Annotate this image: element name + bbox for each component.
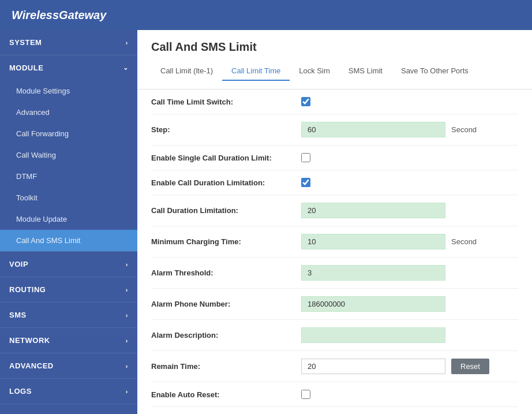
form-label-step: Step: [151,125,301,134]
form-row-step: Step:Second [151,114,518,146]
form-label-call-duration-limitation-value: Call Duration Limitation: [151,206,301,215]
sidebar-top-module[interactable]: MODULE⌄ [0,55,137,80]
main-content: Call And SMS Limit Call Limit (lte-1)Cal… [137,30,532,414]
tabs: Call Limit (lte-1)Call Limit TimeLock Si… [151,62,518,81]
sidebar-item-call-forwarding[interactable]: Call Forwarding [0,123,137,144]
checkbox-call-time-limit-switch[interactable] [301,97,310,106]
sidebar-top-system[interactable]: SYSTEM› [0,30,137,55]
form-value-single-call-duration-limit [301,153,518,162]
sidebar: SYSTEM›MODULE⌄Module SettingsAdvancedCal… [0,30,137,414]
form-row-enable-auto-reset: Enable Auto Reset: [151,382,518,407]
form-row-call-duration-limitation-value: Call Duration Limitation: [151,195,518,226]
form-section: Call Time Limit Switch:Step:SecondEnable… [137,89,532,407]
chevron-icon: › [126,312,128,319]
form-label-remain-time: Remain Time: [151,362,301,371]
form-row-alarm-phone-number: Alarm Phone Number: [151,289,518,320]
sidebar-section-voip: VOIP› [0,252,137,277]
form-row-call-time-limit-switch: Call Time Limit Switch: [151,89,518,114]
form-row-alarm-threshold: Alarm Threshold: [151,258,518,289]
form-label-call-duration-limitation: Enable Call Duration Limitation: [151,178,301,187]
form-label-alarm-phone-number: Alarm Phone Number: [151,300,301,308]
input-remain-time[interactable] [301,359,445,374]
sidebar-top-advanced[interactable]: ADVANCED› [0,353,137,378]
sidebar-section-label: SMS [9,311,27,319]
form-label-alarm-threshold: Alarm Threshold: [151,268,301,277]
tab-lock-sim[interactable]: Lock Sim [290,62,339,81]
form-row-single-call-duration-limit: Enable Single Call Duration Limit: [151,146,518,170]
page-title: Call And SMS Limit [151,40,518,54]
form-row-call-duration-limitation: Enable Call Duration Limitation: [151,170,518,195]
sidebar-item-toolkit[interactable]: Toolkit [0,187,137,208]
tab-save-to-other-ports[interactable]: Save To Other Ports [392,62,478,81]
chevron-icon: ⌄ [123,64,129,72]
form-value-alarm-description [301,327,518,343]
sidebar-section-label: SYSTEM [9,38,42,47]
sidebar-top-routing[interactable]: ROUTING› [0,277,137,302]
sidebar-section-logs: LOGS› [0,379,137,404]
unit-step: Second [451,125,477,134]
app-title: WirelessGateway [12,9,106,22]
tab-call-limit-time[interactable]: Call Limit Time [222,62,290,81]
input-step[interactable] [301,122,445,137]
form-label-call-time-limit-switch: Call Time Limit Switch: [151,98,301,106]
sidebar-section-label: ROUTING [9,285,46,294]
form-value-call-time-limit-switch [301,97,518,106]
input-call-duration-limitation-value[interactable] [301,203,445,218]
form-value-remain-time: Reset [301,359,518,374]
form-value-alarm-threshold [301,265,518,281]
sidebar-item-advanced[interactable]: Advanced [0,102,137,123]
form-value-call-duration-limitation [301,178,518,187]
form-row-minimum-charging-time: Minimum Charging Time:Second [151,226,518,258]
form-label-enable-auto-reset: Enable Auto Reset: [151,390,301,399]
content-header: Call And SMS Limit Call Limit (lte-1)Cal… [137,30,532,89]
form-value-step: Second [301,122,518,137]
form-value-minimum-charging-time: Second [301,234,518,249]
sidebar-section-routing: ROUTING› [0,277,137,303]
sidebar-section-label: LOGS [9,387,32,396]
form-value-call-duration-limitation-value [301,203,518,218]
sidebar-item-module-settings[interactable]: Module Settings [0,80,137,102]
chevron-icon: › [126,363,128,370]
sidebar-section-sms: SMS› [0,303,137,328]
input-alarm-description[interactable] [301,327,445,343]
checkbox-enable-auto-reset[interactable] [301,390,310,399]
sidebar-section-label: VOIP [9,260,28,268]
sidebar-section-module: MODULE⌄Module SettingsAdvancedCall Forwa… [0,55,137,252]
reset-button-remain-time[interactable]: Reset [451,359,489,374]
sidebar-section-label: ADVANCED [9,361,54,370]
chevron-icon: › [126,337,128,344]
sidebar-item-call-waiting[interactable]: Call Waiting [0,144,137,166]
sidebar-top-network[interactable]: NETWORK› [0,328,137,353]
app-header: WirelessGateway [0,0,532,30]
input-alarm-phone-number[interactable] [301,296,445,312]
sidebar-section-label: NETWORK [9,336,50,345]
checkbox-single-call-duration-limit[interactable] [301,153,310,162]
form-label-alarm-description: Alarm Description: [151,331,301,340]
sidebar-item-module-update[interactable]: Module Update [0,208,137,230]
form-value-alarm-phone-number [301,296,518,312]
tab-call-limit-lte-1-[interactable]: Call Limit (lte-1) [151,62,222,81]
chevron-icon: › [126,261,128,268]
form-row-alarm-description: Alarm Description: [151,320,518,351]
chevron-icon: › [126,286,128,293]
form-row-remain-time: Remain Time:Reset [151,351,518,382]
form-label-single-call-duration-limit: Enable Single Call Duration Limit: [151,154,301,162]
sidebar-top-logs[interactable]: LOGS› [0,379,137,404]
sidebar-section-advanced: ADVANCED› [0,353,137,379]
sidebar-section-label: MODULE [9,64,43,72]
form-label-minimum-charging-time: Minimum Charging Time: [151,237,301,246]
input-minimum-charging-time[interactable] [301,234,445,249]
sidebar-top-sms[interactable]: SMS› [0,303,137,327]
sidebar-item-call-and-sms-limit[interactable]: Call And SMS Limit [0,230,137,251]
sidebar-item-dtmf[interactable]: DTMF [0,166,137,187]
sidebar-section-system: SYSTEM› [0,30,137,55]
sidebar-section-network: NETWORK› [0,328,137,353]
checkbox-call-duration-limitation[interactable] [301,178,310,187]
chevron-icon: › [126,388,128,395]
input-alarm-threshold[interactable] [301,265,445,281]
tab-sms-limit[interactable]: SMS Limit [339,62,392,81]
unit-minimum-charging-time: Second [451,237,477,246]
sidebar-top-voip[interactable]: VOIP› [0,252,137,277]
form-value-enable-auto-reset [301,390,518,399]
chevron-icon: › [126,39,128,46]
